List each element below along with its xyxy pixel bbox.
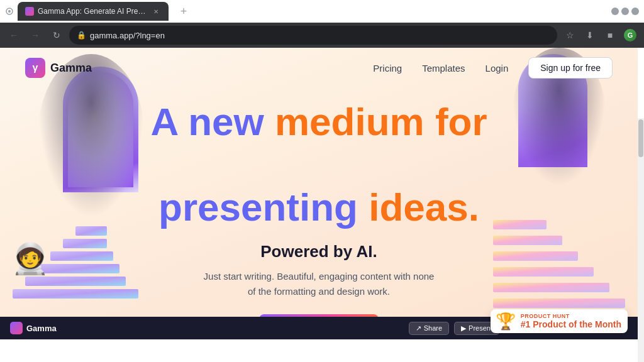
- lock-icon: 🔒: [77, 31, 86, 40]
- nav-links: Pricing Templates Login Sign up for free: [373, 57, 613, 79]
- svg-point-1: [8, 10, 11, 13]
- new-tab-button[interactable]: +: [175, 3, 192, 20]
- nav-link-login[interactable]: Login: [486, 63, 509, 74]
- nav-signup-button[interactable]: Sign up for free: [528, 57, 613, 79]
- hero-section: A new medium for presenting ideas. Power…: [0, 88, 638, 339]
- hero-title: A new medium for presenting ideas.: [150, 101, 487, 229]
- hero-title-word-presenting: presenting: [158, 185, 369, 229]
- tab-close-button[interactable]: ✕: [151, 6, 161, 16]
- bookmark-button[interactable]: ☆: [561, 26, 579, 44]
- toolbar-right: ☆ ⬇ ■ G: [561, 26, 639, 44]
- share-button[interactable]: ↗ Share: [409, 322, 449, 335]
- bottom-bar-buttons: ↗ Share ▶ Present: [409, 322, 499, 335]
- logo-text: Gamma: [50, 62, 92, 75]
- page-wrapper: γ Gamma Pricing Templates Login Sign up …: [0, 48, 644, 339]
- logo[interactable]: γ Gamma: [25, 58, 92, 78]
- tab-favicon: [25, 7, 34, 16]
- reload-button[interactable]: ↻: [48, 26, 65, 44]
- bottom-logo-icon: [10, 322, 23, 334]
- browser-tab[interactable]: Gamma App: Generate AI Pres... ✕: [18, 2, 169, 21]
- browser-toolbar: ← → ↻ 🔒 gamma.app/?lng=en ☆ ⬇ ■ G: [0, 23, 644, 48]
- site-nav: γ Gamma Pricing Templates Login Sign up …: [0, 48, 638, 88]
- product-hunt-rank: #1 Product of the Month: [521, 319, 621, 329]
- website-content: γ Gamma Pricing Templates Login Sign up …: [0, 48, 638, 339]
- close-button[interactable]: [631, 8, 639, 15]
- logo-icon: γ: [25, 58, 45, 78]
- nav-link-templates[interactable]: Templates: [422, 63, 465, 74]
- present-label: Present: [469, 324, 492, 332]
- back-button[interactable]: ←: [5, 26, 23, 44]
- bottom-logo: Gamma: [10, 322, 57, 334]
- trophy-icon: 🏆: [496, 313, 516, 329]
- chrome-icon: [5, 7, 14, 16]
- product-hunt-text: Product Hunt #1 Product of the Month: [521, 313, 621, 329]
- maximize-button[interactable]: [621, 8, 629, 15]
- hero-subtitle: Powered by AI.: [260, 242, 377, 261]
- product-hunt-badge[interactable]: 🏆 Product Hunt #1 Product of the Month: [491, 309, 628, 333]
- download-button[interactable]: ⬇: [581, 26, 599, 44]
- tab-title: Gamma App: Generate AI Pres...: [38, 7, 147, 16]
- hero-title-word-new: A new: [150, 100, 275, 143]
- profile-button[interactable]: G: [621, 26, 639, 44]
- browser-chrome: Gamma App: Generate AI Pres... ✕ + ← → ↻…: [0, 0, 644, 48]
- nav-link-pricing[interactable]: Pricing: [373, 63, 402, 74]
- bottom-logo-text: Gamma: [26, 324, 57, 333]
- hero-description: Just start writing. Beautiful, engaging …: [199, 269, 438, 299]
- url-display: gamma.app/?lng=en: [90, 31, 165, 40]
- extensions-button[interactable]: ■: [601, 26, 619, 44]
- hero-title-word-ideas: ideas.: [369, 185, 479, 229]
- product-hunt-label: Product Hunt: [521, 313, 621, 319]
- browser-titlebar: Gamma App: Generate AI Pres... ✕ +: [0, 0, 644, 23]
- hero-title-word-medium: medium for: [275, 100, 487, 143]
- present-icon: ▶: [461, 324, 466, 332]
- scrollbar-thumb[interactable]: [638, 119, 643, 157]
- astronaut-decoration: 🧑‍🚀: [11, 241, 49, 277]
- share-label: Share: [424, 324, 442, 332]
- share-icon: ↗: [416, 324, 421, 332]
- forward-button[interactable]: →: [26, 26, 44, 44]
- address-bar[interactable]: 🔒 gamma.app/?lng=en: [69, 26, 557, 45]
- minimize-button[interactable]: [611, 8, 619, 15]
- scrollbar[interactable]: [638, 118, 644, 362]
